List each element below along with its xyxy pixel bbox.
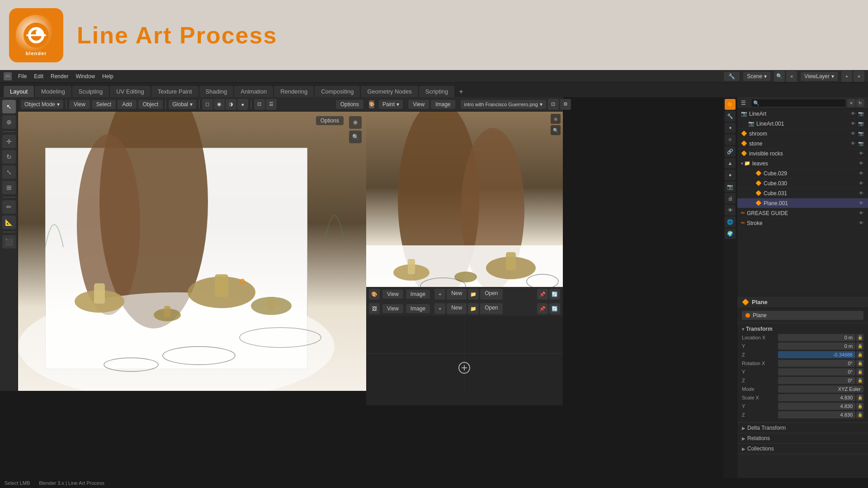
select-menu[interactable]: Select: [92, 100, 116, 109]
menu-file[interactable]: File: [14, 72, 30, 81]
tab-shading[interactable]: Shading: [199, 86, 234, 97]
collections-section[interactable]: ▶ Collections: [737, 444, 868, 454]
img-folder-icon[interactable]: 📁: [468, 303, 479, 314]
prop-tab-world[interactable]: 🌍: [725, 228, 736, 239]
right-nav-btn[interactable]: ⊕: [551, 114, 561, 124]
menu-edit[interactable]: Edit: [30, 72, 47, 81]
viewlayer-remove[interactable]: ×: [854, 71, 864, 82]
outliner-filter[interactable]: ≡: [847, 99, 855, 107]
object-menu[interactable]: Object: [138, 100, 163, 109]
cube029-view[interactable]: 👁: [858, 171, 864, 176]
scale-y-value[interactable]: 4.830: [778, 403, 855, 410]
scene-selector[interactable]: Scene ▾: [743, 72, 770, 81]
viewport-shading-solid[interactable]: ◉: [214, 99, 225, 110]
tool-transform[interactable]: ⊞: [2, 181, 16, 194]
paint-view-menu[interactable]: View: [408, 100, 429, 109]
paint-pin-icon[interactable]: 📌: [537, 289, 548, 300]
prop-tab-constraints[interactable]: 🔗: [725, 146, 736, 157]
prop-tab-view[interactable]: 👁: [725, 205, 736, 216]
rotation-z-lock[interactable]: 🔒: [856, 377, 863, 384]
location-x-lock[interactable]: 🔒: [856, 334, 863, 341]
img-image-menu[interactable]: Image: [406, 304, 430, 313]
engine-selector[interactable]: 🔧: [724, 72, 740, 81]
location-y-value[interactable]: 0 m: [778, 343, 855, 350]
object-name-box[interactable]: Plane: [742, 311, 863, 320]
outliner-item-lineart[interactable]: 📷 LineArt 👁 📷: [737, 109, 868, 119]
viewport-options-button[interactable]: Options: [316, 116, 344, 125]
rotation-y-lock[interactable]: 🔒: [856, 368, 863, 375]
xray-toggle[interactable]: ☰: [266, 99, 277, 110]
outliner-item-shroom[interactable]: 🔶 shroom 👁 📷: [737, 129, 868, 139]
tool-measure[interactable]: 📐: [2, 216, 16, 229]
tab-uv-editing[interactable]: UV Editing: [110, 86, 150, 97]
prop-tab-data[interactable]: ▲: [725, 158, 736, 169]
location-y-lock[interactable]: 🔒: [856, 343, 863, 350]
paint-extra-icon[interactable]: ⚙: [560, 99, 571, 110]
rotation-x-lock[interactable]: 🔒: [856, 360, 863, 367]
filter-icon[interactable]: ×: [786, 71, 797, 82]
menu-render[interactable]: Render: [47, 72, 72, 81]
cube030-view[interactable]: 👁: [858, 181, 864, 186]
prop-tab-material[interactable]: ●: [725, 169, 736, 180]
viewlayer-add[interactable]: +: [841, 71, 852, 82]
overlay-toggle[interactable]: ⊡: [254, 99, 265, 110]
filename-display[interactable]: intro with Francisco Guerrero.png ▾: [461, 100, 546, 109]
scale-z-value[interactable]: 4.830: [778, 411, 855, 418]
stone-render[interactable]: 📷: [857, 141, 864, 146]
paint-menu-image[interactable]: Image: [406, 290, 430, 299]
prop-tab-object[interactable]: 🔶: [725, 99, 736, 110]
outliner-item-plane001[interactable]: 🔶 Plane.001 👁: [737, 198, 868, 208]
img-pin-icon[interactable]: 📌: [537, 303, 548, 314]
nav-zoom[interactable]: 🔍: [349, 131, 362, 143]
transform-selector[interactable]: Global ▾: [169, 100, 196, 109]
stone-view[interactable]: 👁: [850, 141, 856, 146]
rotation-y-value[interactable]: 0°: [778, 368, 855, 375]
plane001-view[interactable]: 👁: [858, 201, 864, 206]
location-z-value[interactable]: -0.34688: [778, 351, 855, 358]
viewport-shading-render[interactable]: ●: [237, 99, 248, 110]
tab-texture-paint[interactable]: Texture Paint: [151, 86, 198, 97]
shroom-view[interactable]: 👁: [850, 131, 856, 136]
tab-compositing[interactable]: Compositing: [315, 86, 360, 97]
outliner-item-stone[interactable]: 🔶 stone 👁 📷: [737, 139, 868, 149]
tab-layout[interactable]: Layout: [4, 86, 34, 97]
search-icon[interactable]: 🔍: [774, 71, 785, 82]
grease-view[interactable]: 👁: [858, 211, 864, 216]
options-btn[interactable]: Options: [336, 100, 363, 109]
open-btn[interactable]: Open: [480, 289, 502, 300]
tool-cursor[interactable]: ⊕: [2, 115, 16, 129]
tool-scale[interactable]: ⤡: [2, 165, 16, 179]
rotation-x-value[interactable]: 0°: [778, 360, 855, 367]
new-btn[interactable]: New: [447, 289, 467, 300]
cube031-view[interactable]: 👁: [858, 191, 864, 196]
outliner-item-lineart001[interactable]: 📷 LineArt.001 👁 📷: [737, 119, 868, 129]
prop-tab-scene[interactable]: 🌐: [725, 216, 736, 227]
prop-tab-render[interactable]: 📷: [725, 181, 736, 192]
lineart-render-toggle[interactable]: 📷: [857, 111, 864, 116]
outliner-item-leaves[interactable]: ▾ 📁 leaves 👁: [737, 159, 868, 169]
img-add-icon[interactable]: +: [434, 303, 445, 314]
add-view-icon[interactable]: +: [434, 289, 445, 300]
outliner-item-invisible-rocks[interactable]: 🔶 invisible rocks 👁: [737, 149, 868, 159]
paint-mode-selector[interactable]: Paint ▾: [379, 100, 403, 109]
outliner-item-cube030[interactable]: 🔶 Cube.030 👁: [737, 178, 868, 188]
tab-scripting[interactable]: Scripting: [419, 86, 455, 97]
paint-sync-icon[interactable]: 🔄: [549, 289, 560, 300]
outliner-item-cube029[interactable]: 🔶 Cube.029 👁: [737, 169, 868, 178]
stroke-view[interactable]: 👁: [858, 221, 864, 225]
tab-geometry-nodes[interactable]: Geometry Nodes: [361, 86, 418, 97]
location-z-lock[interactable]: 🔒: [856, 351, 863, 358]
tab-modeling[interactable]: Modeling: [35, 86, 71, 97]
paint-overlay-icon[interactable]: ⊡: [548, 99, 559, 110]
tool-select[interactable]: ↖: [2, 100, 16, 113]
paint-menu-view[interactable]: View: [382, 290, 403, 299]
scale-y-lock[interactable]: 🔒: [856, 403, 863, 410]
viewport-right[interactable]: ⊕ 🔍: [366, 112, 563, 301]
add-workspace-tab[interactable]: +: [455, 86, 467, 97]
paint-image-menu[interactable]: Image: [431, 100, 455, 109]
prop-tab-physics[interactable]: ⚛: [725, 134, 736, 145]
img-sync-icon[interactable]: 🔄: [549, 303, 560, 314]
add-menu[interactable]: Add: [118, 100, 136, 109]
shroom-render[interactable]: 📷: [857, 131, 864, 136]
lineart001-render[interactable]: 📷: [857, 121, 864, 126]
